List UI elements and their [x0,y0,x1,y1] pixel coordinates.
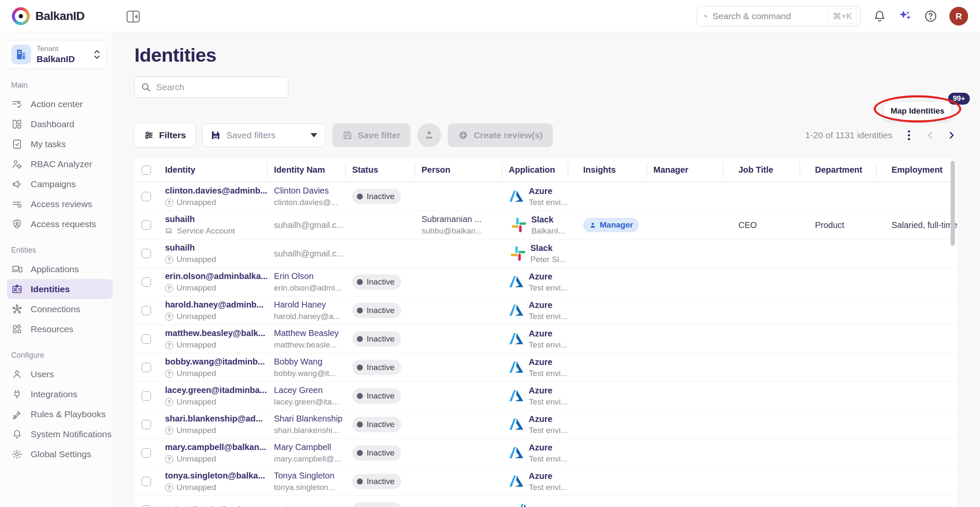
row-checkbox[interactable] [142,391,151,401]
identity-id: harold.haney@adminb... [165,300,267,310]
table-row[interactable]: tonya.singleton@balka...?UnmappedTonya S… [134,467,957,496]
azure-logo [509,275,524,289]
sidebar-item-action-center[interactable]: Action center [0,94,113,114]
sidebar-item-users[interactable]: Users [0,364,113,384]
table-row[interactable]: bobby.wang@itadminb...?UnmappedBobby Wan… [134,353,957,382]
identity-name-cell: Lacey Greenlacey.green@ita... [267,382,345,410]
row-checkbox[interactable] [142,420,151,429]
manager-cell [647,439,723,467]
status-cell: Inactive [345,353,415,382]
identity-cell: suhailhService Account [158,211,267,239]
sidebar-item-label: Resources [31,324,73,334]
ai-sparkles-icon[interactable] [898,9,912,23]
sidebar-item-applications[interactable]: Applications [0,259,113,279]
sidebar-item-system-notifications[interactable]: System Notifications [0,424,113,444]
azure-logo [509,303,524,318]
sidebar-item-resources[interactable]: Resources [0,319,113,339]
help-icon[interactable] [924,9,937,23]
table-scrollbar[interactable] [951,161,955,246]
column-header-employment[interactable]: Employment [876,158,957,182]
row-checkbox[interactable] [142,306,151,315]
table-row[interactable]: clinton.davies@adminb...?UnmappedClinton… [134,182,957,211]
row-checkbox[interactable] [142,334,151,344]
column-header-job-title[interactable]: Job Title [723,158,800,182]
next-page-icon[interactable] [947,131,956,140]
map-identities-button[interactable]: Map Identities [884,102,952,120]
table-row[interactable]: matthew.beasley@balk...?UnmappedMatthew … [134,325,957,353]
saved-filters-select[interactable]: Saved filters [202,123,325,147]
sidebar-item-campaigns[interactable]: Campaigns [0,174,113,194]
status-dot-icon [357,450,363,456]
person-cell [415,239,502,268]
identities-search-input[interactable] [156,82,282,92]
column-header-department[interactable]: Department [800,158,876,182]
save-filter-button[interactable]: Save filter [332,123,410,147]
more-options-icon[interactable] [904,130,914,141]
application-cell: AzureTest envi... [502,325,568,353]
row-checkbox[interactable] [142,477,151,486]
sidebar-item-rbac-analyzer[interactable]: RBAC Analyzer [0,154,113,174]
job-title-cell [723,467,800,496]
row-checkbox[interactable] [142,192,151,201]
status-badge: Inactive [352,274,401,290]
row-checkbox[interactable] [142,505,151,507]
azure-logo [509,360,524,375]
row-checkbox[interactable] [142,363,151,372]
application-environment: Test envi... [529,454,567,464]
employment-cell [876,268,957,296]
sidebar-item-access-requests[interactable]: Access requests [0,214,113,234]
insights-cell [568,239,647,268]
filters-button[interactable]: Filters [134,124,195,147]
sidebar-item-rules-playbooks[interactable]: Rules & Playbooks [0,404,113,424]
status-dot-icon [357,336,363,342]
notifications-bell-icon[interactable] [873,9,886,23]
prev-page-icon[interactable] [926,131,935,140]
toolbar: Filters Saved filters Save filter [134,123,957,147]
row-checkbox[interactable] [142,220,151,230]
create-reviews-button[interactable]: Create review(s) [448,123,553,147]
table-row[interactable]: harold.haney@adminb...?UnmappedHarold Ha… [134,296,957,325]
table-row[interactable]: shari.blankenship@ad...?UnmappedShari Bl… [134,410,957,439]
sliders-icon [144,130,154,140]
person-cell [415,268,502,296]
sidebar-item-my-tasks[interactable]: My tasks [0,134,113,154]
row-checkbox[interactable] [142,448,151,458]
sidebar-item-global-settings[interactable]: Global Settings [0,444,113,464]
identity-name: Clinton Davies [274,186,345,196]
select-all-checkbox[interactable] [142,165,151,175]
column-header-application[interactable]: Application [502,158,568,182]
manager-cell [647,325,723,353]
table-row[interactable]: colton.liu@balkanit.on...Colton LiuInact… [134,496,957,507]
tenant-selector[interactable]: Tenant BalkanID [6,40,107,69]
column-header-identity[interactable]: Identity [158,158,267,182]
column-header-status[interactable]: Status [345,158,415,182]
column-header-insights[interactable]: Insights [568,158,647,182]
row-checkbox[interactable] [142,249,151,258]
identities-search[interactable] [134,77,288,98]
table-row[interactable]: suhailh?Unmappedsuhailh@gmail.c...SlackP… [134,239,957,268]
table-row[interactable]: suhailhService Accountsuhailh@gmail.c...… [134,211,957,239]
row-checkbox-cell [134,182,158,211]
sidebar-item-integrations[interactable]: Integrations [0,384,113,404]
sidebar-item-dashboard[interactable]: Dashboard [0,114,113,134]
export-identities-button[interactable] [417,123,441,147]
command-search[interactable]: ⌘+K [697,6,861,26]
command-search-input[interactable] [712,11,828,21]
sidebar-item-identities[interactable]: Identities [7,279,113,299]
department-cell [800,325,876,353]
table-row[interactable]: lacey.green@itadminba...?UnmappedLacey G… [134,382,957,410]
unmapped-icon: ? [165,484,173,492]
sidebar-collapse-icon[interactable] [125,9,141,23]
column-header-person[interactable]: Person [415,158,502,182]
identity-name: Matthew Beasley [274,328,345,338]
user-avatar[interactable]: R [949,7,968,26]
person-email: subbu@balkan... [422,226,502,236]
column-header-identity-nam[interactable]: Identity Nam [267,158,345,182]
sidebar-item-access-reviews[interactable]: Access reviews [0,194,113,214]
sidebar-item-connections[interactable]: Connections [0,299,113,319]
table-row[interactable]: erin.olson@adminbalka...?UnmappedErin Ol… [134,268,957,296]
column-header-manager[interactable]: Manager [647,158,723,182]
table-row[interactable]: mary.campbell@balkan...?UnmappedMary Cam… [134,439,957,467]
row-checkbox[interactable] [142,277,151,287]
sidebar-nav: MainAction centerDashboardMy tasksRBAC A… [0,81,113,464]
